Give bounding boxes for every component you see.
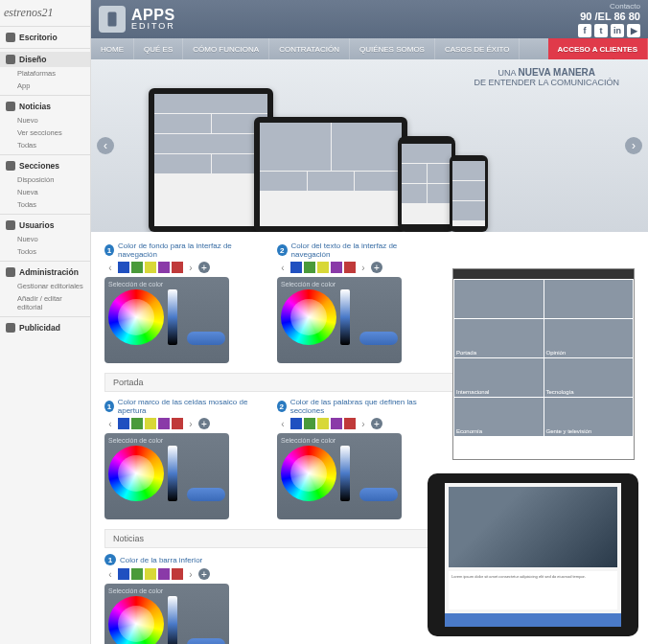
preview-tile: Gente y televisión (544, 398, 634, 436)
sidebar-group-usuarios[interactable]: Usuarios (0, 218, 90, 233)
add-swatch-button[interactable]: + (198, 568, 210, 580)
color-swatch[interactable] (172, 418, 183, 429)
color-option-label: Color marco de las celdas mosaico de ape… (118, 398, 248, 415)
social-icon[interactable]: in (611, 24, 624, 37)
picker-ok-button[interactable] (187, 332, 225, 345)
color-wheel[interactable] (108, 289, 164, 345)
sidebar-item[interactable]: Nuevo (0, 114, 90, 126)
color-wheel[interactable] (108, 596, 164, 644)
color-picker[interactable]: Selección de color (277, 433, 402, 519)
color-picker[interactable]: Selección de color (277, 277, 402, 363)
nav-access-clients[interactable]: ACCESO A CLIENTES (548, 38, 648, 59)
color-picker[interactable]: Selección de color (104, 433, 229, 519)
step-badge: 2 (277, 401, 287, 412)
swatch-next[interactable]: › (185, 418, 197, 429)
sidebar-item[interactable]: Nuevo (0, 233, 90, 245)
color-swatch[interactable] (331, 262, 342, 273)
color-swatch[interactable] (158, 418, 170, 429)
color-swatch[interactable] (344, 262, 356, 273)
color-wheel[interactable] (281, 446, 336, 501)
nav-item[interactable]: QUÉ ES (134, 38, 183, 59)
color-swatch[interactable] (158, 568, 170, 580)
color-picker[interactable]: Selección de color (104, 277, 229, 363)
nav-item[interactable]: CONTRATACIÓN (269, 38, 350, 59)
sidebar-group-diseño[interactable]: Diseño (0, 52, 90, 67)
color-wheel[interactable] (108, 446, 164, 501)
picker-ok-button[interactable] (187, 638, 225, 644)
add-swatch-button[interactable]: + (198, 262, 210, 273)
brightness-slider[interactable] (168, 596, 177, 644)
color-picker[interactable]: Selección de color (104, 584, 229, 644)
swatch-prev[interactable]: ‹ (277, 418, 289, 429)
phone-small-mockup (450, 155, 488, 232)
color-swatch[interactable] (317, 418, 329, 429)
nav-item[interactable]: CÓMO FUNCIONA (183, 38, 269, 59)
color-swatch[interactable] (290, 418, 302, 429)
color-swatch[interactable] (304, 418, 315, 429)
color-swatch[interactable] (317, 262, 329, 273)
sidebar-item[interactable]: Gestionar editoriales (0, 280, 90, 292)
sidebar-item[interactable]: Disposición (0, 173, 90, 186)
add-swatch-button[interactable]: + (371, 418, 382, 429)
color-swatch[interactable] (304, 262, 315, 273)
sidebar-item[interactable]: App (0, 80, 90, 92)
phone-preview: PortadaOpiniónInternacionalTecnologíaEco… (452, 268, 635, 460)
sidebar-group-publicidad[interactable]: Publicidad (0, 320, 90, 335)
sidebar-item[interactable]: Todas (0, 198, 90, 211)
color-swatch[interactable] (118, 568, 129, 580)
sidebar-item[interactable]: Nueva (0, 186, 90, 198)
sidebar-group-noticias[interactable]: Noticias (0, 99, 90, 114)
color-swatch[interactable] (131, 262, 143, 273)
preview-tile: Opinión (544, 319, 634, 357)
carousel-next-button[interactable]: › (625, 137, 642, 154)
sidebar-item[interactable]: Plataformas (0, 67, 90, 80)
color-swatch[interactable] (145, 262, 156, 273)
add-swatch-button[interactable]: + (371, 262, 382, 273)
color-wheel[interactable] (281, 289, 336, 345)
swatch-prev[interactable]: ‹ (277, 262, 289, 273)
color-swatch[interactable] (344, 418, 356, 429)
picker-ok-button[interactable] (359, 332, 398, 345)
color-swatch[interactable] (118, 262, 129, 273)
carousel-prev-button[interactable]: ‹ (97, 137, 114, 154)
nav-item[interactable]: HOME (91, 38, 134, 59)
sidebar-group-escritorio[interactable]: Escritorio (0, 30, 90, 45)
brightness-slider[interactable] (340, 446, 350, 501)
color-swatch[interactable] (118, 418, 129, 429)
swatch-next[interactable]: › (185, 262, 197, 273)
color-swatch[interactable] (172, 568, 183, 580)
color-swatch[interactable] (331, 418, 342, 429)
sidebar-item[interactable]: Añadir / editar editorial (0, 292, 90, 313)
sidebar-item[interactable]: Ver secciones (0, 126, 90, 139)
color-swatch[interactable] (158, 262, 170, 273)
sidebar-group-secciones[interactable]: Secciones (0, 158, 90, 173)
sidebar-group-administración[interactable]: Administración (0, 264, 90, 280)
color-swatch[interactable] (145, 418, 156, 429)
brightness-slider[interactable] (168, 446, 177, 501)
swatch-prev[interactable]: ‹ (104, 568, 116, 580)
brightness-slider[interactable] (340, 289, 350, 345)
color-swatch[interactable] (172, 262, 183, 273)
nav-item[interactable]: QUIÉNES SOMOS (350, 38, 435, 59)
social-icon[interactable]: f (578, 24, 591, 37)
picker-title: Selección de color (108, 587, 225, 594)
color-swatch[interactable] (290, 262, 302, 273)
social-icon[interactable]: ▶ (627, 24, 640, 37)
color-swatch[interactable] (131, 418, 143, 429)
color-swatch[interactable] (145, 568, 156, 580)
brightness-slider[interactable] (168, 289, 177, 345)
swatch-prev[interactable]: ‹ (104, 418, 116, 429)
color-swatch[interactable] (131, 568, 143, 580)
color-option-label: Color de la barra inferior (120, 556, 202, 564)
swatch-prev[interactable]: ‹ (104, 262, 116, 273)
swatch-next[interactable]: › (185, 568, 197, 580)
social-icon[interactable]: t (594, 24, 608, 37)
nav-item[interactable]: CASOS DE ÉXITO (435, 38, 520, 59)
picker-ok-button[interactable] (187, 488, 225, 501)
sidebar-item[interactable]: Todas (0, 139, 90, 151)
swatch-next[interactable]: › (358, 418, 369, 429)
sidebar-item[interactable]: Todos (0, 245, 90, 258)
add-swatch-button[interactable]: + (198, 418, 210, 429)
swatch-next[interactable]: › (358, 262, 369, 273)
picker-ok-button[interactable] (359, 488, 398, 501)
